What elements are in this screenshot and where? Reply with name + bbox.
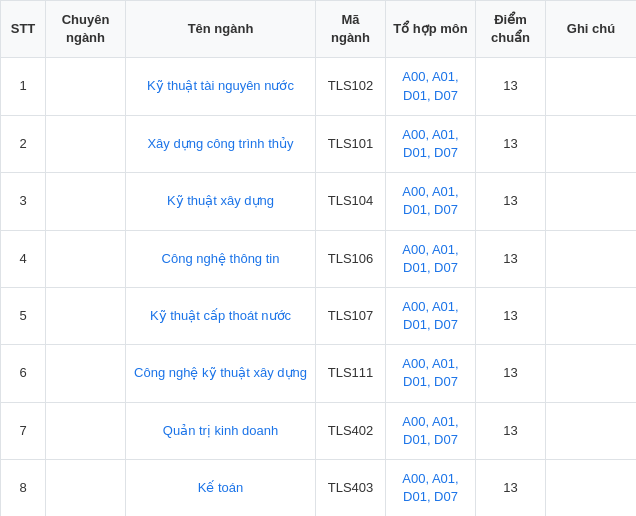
cell-ten-nganh[interactable]: Kỹ thuật xây dựng	[126, 173, 316, 230]
cell-to-hop-mon: A00, A01, D01, D07	[386, 230, 476, 287]
cell-ghi-chu	[546, 287, 637, 344]
to-hop-value: A00, A01, D01, D07	[402, 414, 458, 447]
to-hop-value: A00, A01, D01, D07	[402, 127, 458, 160]
cell-to-hop-mon: A00, A01, D01, D07	[386, 287, 476, 344]
cell-ghi-chu	[546, 58, 637, 115]
cell-ma-nganh: TLS106	[316, 230, 386, 287]
cell-stt: 8	[1, 460, 46, 517]
ten-nganh-link[interactable]: Quản trị kinh doanh	[163, 423, 278, 438]
cell-chuyen-nganh	[46, 345, 126, 402]
ten-nganh-link[interactable]: Kỹ thuật tài nguyên nước	[147, 78, 294, 93]
main-table-container: STT Chuyên ngành Tên ngành Mã ngành Tổ h…	[0, 0, 636, 516]
table-row: 8Kế toánTLS403A00, A01, D01, D0713	[1, 460, 637, 517]
cell-ten-nganh[interactable]: Quản trị kinh doanh	[126, 402, 316, 459]
to-hop-value: A00, A01, D01, D07	[402, 356, 458, 389]
cell-ten-nganh[interactable]: Kỹ thuật cấp thoát nước	[126, 287, 316, 344]
cell-diem-chuan: 13	[476, 115, 546, 172]
cell-ma-nganh: TLS107	[316, 287, 386, 344]
ten-nganh-link[interactable]: Kỹ thuật xây dựng	[167, 193, 274, 208]
to-hop-value: A00, A01, D01, D07	[402, 471, 458, 504]
header-chuyen-nganh: Chuyên ngành	[46, 1, 126, 58]
table-body: 1Kỹ thuật tài nguyên nướcTLS102A00, A01,…	[1, 58, 637, 516]
cell-to-hop-mon: A00, A01, D01, D07	[386, 460, 476, 517]
header-ghi-chu: Ghi chú	[546, 1, 637, 58]
table-header-row: STT Chuyên ngành Tên ngành Mã ngành Tổ h…	[1, 1, 637, 58]
cell-diem-chuan: 13	[476, 402, 546, 459]
ten-nganh-link[interactable]: Kế toán	[198, 480, 244, 495]
cell-ghi-chu	[546, 230, 637, 287]
cell-diem-chuan: 13	[476, 345, 546, 402]
admissions-table: STT Chuyên ngành Tên ngành Mã ngành Tổ h…	[0, 0, 636, 516]
cell-ten-nganh[interactable]: Kế toán	[126, 460, 316, 517]
cell-ma-nganh: TLS102	[316, 58, 386, 115]
cell-chuyen-nganh	[46, 173, 126, 230]
cell-diem-chuan: 13	[476, 460, 546, 517]
cell-ten-nganh[interactable]: Kỹ thuật tài nguyên nước	[126, 58, 316, 115]
cell-diem-chuan: 13	[476, 173, 546, 230]
cell-to-hop-mon: A00, A01, D01, D07	[386, 345, 476, 402]
header-to-hop-mon: Tổ hợp môn	[386, 1, 476, 58]
header-ma-nganh: Mã ngành	[316, 1, 386, 58]
table-row: 3Kỹ thuật xây dựngTLS104A00, A01, D01, D…	[1, 173, 637, 230]
cell-stt: 6	[1, 345, 46, 402]
ten-nganh-link[interactable]: Công nghệ thông tin	[162, 251, 280, 266]
cell-ghi-chu	[546, 345, 637, 402]
cell-to-hop-mon: A00, A01, D01, D07	[386, 115, 476, 172]
cell-ghi-chu	[546, 173, 637, 230]
ten-nganh-link[interactable]: Xây dựng công trình thủy	[147, 136, 293, 151]
cell-to-hop-mon: A00, A01, D01, D07	[386, 58, 476, 115]
cell-ghi-chu	[546, 402, 637, 459]
to-hop-value: A00, A01, D01, D07	[402, 242, 458, 275]
cell-ten-nganh[interactable]: Công nghệ kỹ thuật xây dựng	[126, 345, 316, 402]
cell-to-hop-mon: A00, A01, D01, D07	[386, 173, 476, 230]
cell-stt: 4	[1, 230, 46, 287]
ten-nganh-link[interactable]: Kỹ thuật cấp thoát nước	[150, 308, 291, 323]
cell-stt: 7	[1, 402, 46, 459]
cell-chuyen-nganh	[46, 58, 126, 115]
cell-ten-nganh[interactable]: Xây dựng công trình thủy	[126, 115, 316, 172]
cell-stt: 3	[1, 173, 46, 230]
cell-ghi-chu	[546, 460, 637, 517]
cell-chuyen-nganh	[46, 115, 126, 172]
cell-ghi-chu	[546, 115, 637, 172]
cell-diem-chuan: 13	[476, 58, 546, 115]
cell-stt: 1	[1, 58, 46, 115]
header-ten-nganh: Tên ngành	[126, 1, 316, 58]
cell-ma-nganh: TLS101	[316, 115, 386, 172]
cell-chuyen-nganh	[46, 287, 126, 344]
table-row: 4Công nghệ thông tinTLS106A00, A01, D01,…	[1, 230, 637, 287]
cell-ma-nganh: TLS104	[316, 173, 386, 230]
cell-chuyen-nganh	[46, 460, 126, 517]
cell-ma-nganh: TLS111	[316, 345, 386, 402]
to-hop-value: A00, A01, D01, D07	[402, 69, 458, 102]
cell-ma-nganh: TLS402	[316, 402, 386, 459]
cell-ma-nganh: TLS403	[316, 460, 386, 517]
header-diem-chuan: Điểm chuẩn	[476, 1, 546, 58]
to-hop-value: A00, A01, D01, D07	[402, 184, 458, 217]
to-hop-value: A00, A01, D01, D07	[402, 299, 458, 332]
cell-ten-nganh[interactable]: Công nghệ thông tin	[126, 230, 316, 287]
table-row: 7Quản trị kinh doanhTLS402A00, A01, D01,…	[1, 402, 637, 459]
header-stt: STT	[1, 1, 46, 58]
cell-diem-chuan: 13	[476, 287, 546, 344]
cell-stt: 2	[1, 115, 46, 172]
ten-nganh-link[interactable]: Công nghệ kỹ thuật xây dựng	[134, 365, 307, 380]
cell-chuyen-nganh	[46, 402, 126, 459]
table-row: 2Xây dựng công trình thủyTLS101A00, A01,…	[1, 115, 637, 172]
table-row: 1Kỹ thuật tài nguyên nướcTLS102A00, A01,…	[1, 58, 637, 115]
cell-to-hop-mon: A00, A01, D01, D07	[386, 402, 476, 459]
table-row: 5Kỹ thuật cấp thoát nướcTLS107A00, A01, …	[1, 287, 637, 344]
cell-diem-chuan: 13	[476, 230, 546, 287]
cell-chuyen-nganh	[46, 230, 126, 287]
cell-stt: 5	[1, 287, 46, 344]
table-row: 6Công nghệ kỹ thuật xây dựngTLS111A00, A…	[1, 345, 637, 402]
